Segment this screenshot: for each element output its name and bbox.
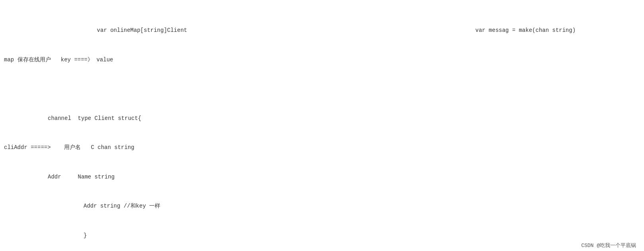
bottom-bar: CSDN @吃我一个平底锅 — [0, 240, 644, 251]
col4-blank3 — [475, 114, 644, 124]
col2-blank5 — [179, 143, 314, 153]
column-3: 1 主要协程 处理用户连接 1）将用户加入到map 2）告诉所有在线的用户，谁上… — [318, 6, 477, 251]
col3-blank7 — [318, 201, 477, 211]
col4-blank5 — [475, 172, 644, 182]
col1-addr: Addr Name string — [48, 172, 171, 182]
column-2: 2 go 专门发送信息 传递参数cli for msg := range cli… — [179, 6, 314, 251]
watermark: CSDN @吃我一个平底锅 — [581, 242, 636, 249]
col4-header: var messag = make(chan string) — [475, 25, 644, 35]
col3-blank3 — [318, 84, 477, 94]
page-container: var onlineMap[string]Client map 保存在线用户 k… — [0, 0, 644, 251]
col4-blank2 — [475, 84, 644, 94]
col2-blank4 — [179, 114, 314, 124]
col3-blank4 — [318, 114, 477, 124]
column-4: var messag = make(chan string) go 协程 接收用… — [475, 6, 644, 251]
col3-blank1 — [318, 25, 477, 35]
col1-header-right: var onlineMap[string]Client — [84, 25, 171, 35]
col4-blank6 — [475, 201, 644, 211]
col2-blank8 — [179, 231, 314, 241]
col2-blank7 — [179, 201, 314, 211]
col1-addrstring: Addr string //和key 一样 — [84, 201, 171, 211]
col2-blank2 — [179, 55, 314, 65]
col1-blank1 — [4, 84, 171, 94]
col4-blank1 — [475, 55, 644, 65]
col2-blank6 — [179, 172, 314, 182]
col1-line-map: map 保存在线用户 key ====》 value — [4, 55, 171, 65]
col3-blank5 — [318, 143, 477, 153]
col2-blank3 — [179, 84, 314, 94]
col4-blank7 — [475, 231, 644, 241]
col1-cliaddr: cliAddr =====> 用户名 C chan string — [4, 143, 171, 153]
column-1: var onlineMap[string]Client map 保存在线用户 k… — [4, 6, 171, 251]
col4-blank4 — [475, 143, 644, 153]
col3-blank6 — [318, 172, 477, 182]
col3-blank2 — [318, 55, 477, 65]
col1-brace: } — [84, 231, 171, 241]
col1-channel: channel type Client struct{ — [48, 114, 171, 124]
col2-blank1 — [179, 25, 314, 35]
col3-blank8 — [318, 231, 477, 241]
